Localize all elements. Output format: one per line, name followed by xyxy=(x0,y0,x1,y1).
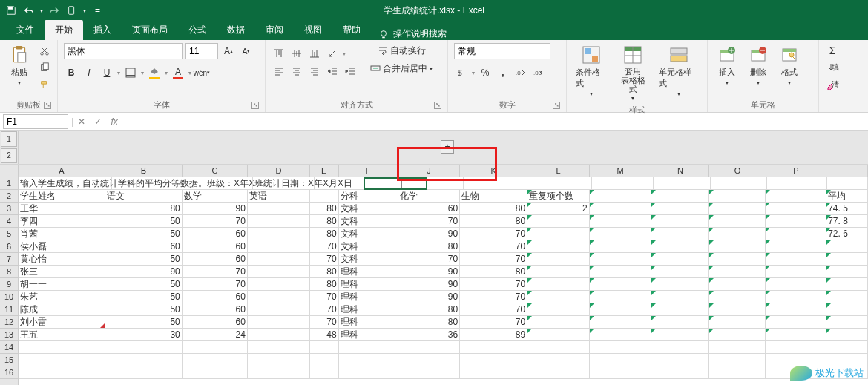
underline-button[interactable]: U xyxy=(99,65,114,80)
row-header-7[interactable]: 7 xyxy=(0,253,18,266)
cell[interactable] xyxy=(651,253,709,265)
cell[interactable]: 60 xyxy=(183,253,248,265)
cell[interactable] xyxy=(590,316,652,328)
cell[interactable] xyxy=(19,354,105,366)
cell[interactable]: 90 xyxy=(398,291,461,303)
cell[interactable] xyxy=(460,341,527,353)
cell[interactable] xyxy=(530,177,592,189)
touch-mode-icon[interactable] xyxy=(65,4,79,17)
increase-font-icon[interactable]: A▴ xyxy=(221,44,236,59)
cell[interactable]: 48 xyxy=(310,329,339,340)
cell[interactable] xyxy=(248,354,310,366)
row-header-6[interactable]: 6 xyxy=(0,240,18,253)
cell[interactable] xyxy=(709,291,766,303)
row-header-11[interactable]: 11 xyxy=(0,303,18,316)
cell[interactable]: 70 xyxy=(310,316,339,328)
cell[interactable]: 60 xyxy=(183,291,248,303)
cell[interactable]: 理科 xyxy=(339,278,398,290)
cell[interactable] xyxy=(766,278,826,290)
cell[interactable]: 77. 8 xyxy=(826,215,868,227)
cell[interactable] xyxy=(590,341,652,353)
cell[interactable] xyxy=(590,266,652,277)
cell[interactable] xyxy=(766,291,826,303)
cell[interactable]: 72. 6 xyxy=(826,228,868,240)
align-center-icon[interactable] xyxy=(289,64,304,79)
cell[interactable]: 90 xyxy=(398,278,461,290)
cell[interactable]: 90 xyxy=(398,266,461,277)
column-header-M[interactable]: M xyxy=(590,165,652,177)
cell[interactable] xyxy=(826,354,868,366)
format-as-table-button[interactable]: 套用 表格格式▾ xyxy=(614,43,651,103)
cell[interactable] xyxy=(105,341,183,353)
outline-level-1[interactable]: 1 xyxy=(1,131,17,147)
format-painter-icon[interactable] xyxy=(37,77,52,92)
cell[interactable] xyxy=(709,354,766,366)
cell[interactable] xyxy=(19,366,105,378)
cell[interactable]: 分科 xyxy=(339,190,398,202)
cell[interactable] xyxy=(827,177,868,189)
cell[interactable] xyxy=(248,253,310,265)
paste-button[interactable]: 粘贴 ▾ xyxy=(6,43,33,88)
cell[interactable] xyxy=(826,266,868,277)
cell[interactable] xyxy=(248,291,310,303)
cell[interactable] xyxy=(767,177,827,189)
fx-icon[interactable]: fx xyxy=(106,113,122,130)
cell[interactable] xyxy=(826,303,868,315)
column-header-extra[interactable] xyxy=(826,165,868,177)
font-launcher[interactable]: ⤡ xyxy=(251,102,259,109)
cell[interactable] xyxy=(248,215,310,227)
cell[interactable] xyxy=(709,215,766,227)
cell[interactable]: 李四 xyxy=(19,215,105,227)
percent-icon[interactable]: % xyxy=(478,65,493,80)
cell[interactable] xyxy=(709,303,766,315)
cell[interactable]: 理科 xyxy=(339,291,398,303)
decrease-font-icon[interactable]: A▾ xyxy=(239,44,254,59)
comma-icon[interactable]: , xyxy=(496,65,510,80)
cell[interactable] xyxy=(527,354,590,366)
cell[interactable] xyxy=(398,354,461,366)
cell[interactable] xyxy=(188,177,253,189)
row-header-4[interactable]: 4 xyxy=(0,215,18,228)
cell[interactable]: 肖茜 xyxy=(19,228,105,240)
cell[interactable]: 90 xyxy=(398,228,461,240)
cell[interactable]: 24 xyxy=(183,329,248,340)
cell[interactable] xyxy=(651,266,709,277)
cell[interactable]: 侯小磊 xyxy=(19,240,105,252)
cell[interactable] xyxy=(651,278,709,290)
column-header-F[interactable]: F xyxy=(339,165,398,177)
cell[interactable]: 胡一一 xyxy=(19,278,105,290)
cell[interactable] xyxy=(826,316,868,328)
cell[interactable] xyxy=(339,354,398,366)
cell[interactable]: 70 xyxy=(460,253,527,265)
cell[interactable] xyxy=(766,354,826,366)
undo-icon[interactable] xyxy=(22,4,36,17)
conditional-format-button[interactable]: 条件格式▾ xyxy=(573,43,610,99)
cell[interactable] xyxy=(105,354,183,366)
cell[interactable]: 70 xyxy=(183,278,248,290)
cell[interactable] xyxy=(248,278,310,290)
decrease-indent-icon[interactable] xyxy=(325,64,340,79)
cell[interactable]: 70 xyxy=(398,253,461,265)
cell[interactable]: 80 xyxy=(460,203,527,214)
cell[interactable]: 生物 xyxy=(460,190,527,202)
cell[interactable]: 刘小雷 xyxy=(19,316,105,328)
clipboard-launcher[interactable]: ⤡ xyxy=(44,102,51,109)
cell[interactable] xyxy=(590,215,652,227)
tell-me[interactable]: 操作说明搜索 xyxy=(371,27,454,40)
cell[interactable] xyxy=(183,354,248,366)
cell[interactable] xyxy=(315,177,343,189)
column-header-O[interactable]: O xyxy=(709,165,766,177)
cell[interactable] xyxy=(590,228,652,240)
column-header-P[interactable]: P xyxy=(766,165,827,177)
cell[interactable] xyxy=(766,215,826,227)
cell[interactable]: 理科 xyxy=(339,316,398,328)
row-header-3[interactable]: 3 xyxy=(0,203,18,215)
cell[interactable]: 80 xyxy=(310,228,339,240)
cell[interactable]: 80 xyxy=(310,266,339,277)
cell[interactable]: 80 xyxy=(398,240,461,252)
cell[interactable] xyxy=(826,329,868,340)
cell[interactable] xyxy=(590,253,652,265)
cell[interactable] xyxy=(527,329,590,340)
cell[interactable] xyxy=(248,329,310,340)
tab-data[interactable]: 数据 xyxy=(217,20,255,40)
